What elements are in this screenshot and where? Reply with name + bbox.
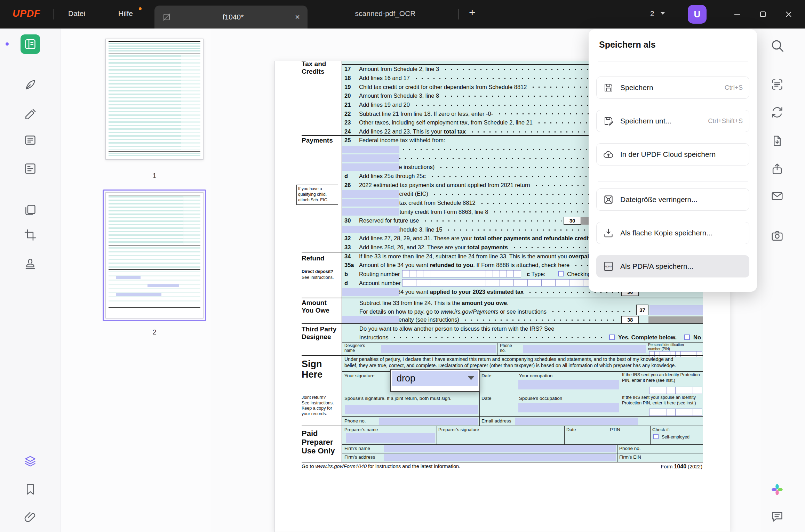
cell-label: Spouse’s signature. If a joint return, b… [344, 396, 451, 401]
menu-item[interactable]: Speichern unt... Ctrl+Shift+S [596, 110, 749, 132]
export-page-icon[interactable] [767, 131, 787, 151]
menu-item[interactable]: Dateigröße verringern... [596, 188, 749, 211]
layers-icon[interactable] [21, 451, 40, 471]
cell-label: Your occupation [519, 373, 552, 378]
mail-icon[interactable] [767, 186, 787, 206]
share-icon[interactable] [767, 159, 787, 179]
email-field[interactable] [515, 418, 638, 425]
cell-label: Check if: [652, 427, 670, 432]
section-label: PaidPreparerUse Only [302, 429, 335, 455]
form-footer-left: Go to www.irs.gov/Form1040 for instructi… [302, 464, 460, 469]
menu-item[interactable]: Als flache Kopie speichern... [596, 222, 749, 244]
phone-field[interactable] [379, 418, 478, 425]
tab-title: f1040* [171, 13, 295, 21]
amount-field[interactable] [342, 154, 399, 162]
user-avatar[interactable]: U [688, 5, 707, 24]
form-rule [617, 444, 617, 462]
spouse-occupation-field[interactable] [518, 403, 619, 412]
section-label: Third Party [302, 325, 336, 333]
self-employed-checkbox[interactable] [653, 434, 659, 439]
tab-count-caret-icon[interactable] [660, 12, 665, 15]
dotted-leader [549, 307, 632, 316]
amount-field[interactable] [342, 226, 399, 233]
close-button[interactable] [776, 0, 801, 29]
designee-name-field[interactable] [381, 345, 496, 353]
menu-item[interactable]: In der UPDF Cloud speichern [596, 143, 749, 166]
form-line: 38 Estimated tax penalty (see instructio… [342, 315, 639, 324]
firm-address-field[interactable] [384, 454, 616, 461]
compress-icon [603, 194, 614, 205]
cell-label: Firm’s name [344, 446, 370, 451]
dotted-leader [393, 145, 619, 154]
tab-separator [458, 9, 459, 19]
line-number-box: 37 [636, 305, 648, 315]
ipp-note: If the IRS sent your spouse an Identity … [622, 395, 700, 406]
crop-icon[interactable] [21, 225, 40, 245]
preparer-name-field[interactable] [346, 433, 435, 443]
menu-hilfe[interactable]: Hilfe [118, 9, 133, 18]
cell-label: Date [566, 427, 576, 432]
notification-dot [139, 7, 142, 10]
ocr-icon[interactable] [767, 75, 787, 94]
amount-field[interactable] [342, 288, 399, 296]
no-checkbox[interactable] [684, 334, 690, 340]
firm-name-field[interactable] [384, 445, 616, 452]
line-number-box: 38 [621, 316, 639, 324]
form-rule [608, 426, 608, 445]
form-icon[interactable] [21, 159, 40, 178]
form-rule [302, 426, 703, 426]
tab-count[interactable]: 2 [650, 9, 654, 18]
bookmark-icon[interactable] [21, 479, 40, 499]
perjury-text: belief, they are true, correct, and comp… [344, 363, 676, 368]
ipp-pin-boxes[interactable] [649, 387, 702, 394]
convert-icon[interactable] [767, 103, 787, 122]
amount-field[interactable] [342, 208, 399, 216]
amount-field[interactable] [342, 163, 399, 171]
ai-assistant-icon[interactable] [767, 480, 787, 499]
page-thumbnail-2-selected[interactable] [103, 190, 206, 321]
form-rule [302, 462, 703, 462]
amount-field[interactable] [342, 316, 399, 324]
comment-icon[interactable] [767, 507, 787, 526]
form-line: Subtract line 33 from line 24. This is t… [359, 300, 509, 306]
yes-checkbox[interactable] [609, 334, 615, 340]
spouse-signature-field[interactable] [345, 405, 478, 414]
drop-combobox[interactable]: drop [390, 369, 480, 392]
menu-item[interactable]: PDF/A Als PDF/A speichern... [596, 255, 749, 277]
minimize-button[interactable] [725, 0, 749, 29]
tab-close-icon[interactable]: × [295, 13, 300, 21]
drop-selected-value[interactable]: drop [392, 371, 478, 386]
annotate-icon[interactable] [21, 75, 40, 95]
amount-field[interactable] [342, 199, 399, 207]
routing-number-boxes[interactable] [402, 270, 521, 277]
tab-f1040[interactable]: f1040* × [154, 6, 308, 29]
amount-field[interactable] [342, 146, 399, 153]
amount-field[interactable] [649, 305, 703, 315]
reader-icon[interactable] [21, 130, 40, 150]
cell-label: Phoneno. [500, 344, 512, 353]
search-icon[interactable] [767, 36, 787, 55]
maximize-button[interactable] [751, 0, 775, 29]
form-line: Do you want to allow another person to d… [359, 325, 554, 332]
spouse-ipp-pin-boxes[interactable] [649, 409, 702, 416]
form-rule [342, 444, 703, 445]
designee-phone-field[interactable] [523, 345, 646, 353]
new-tab-button[interactable]: + [469, 6, 476, 19]
checking-checkbox[interactable] [558, 271, 564, 276]
organize-pages-icon[interactable] [21, 200, 40, 220]
menu-datei[interactable]: Datei [68, 9, 85, 18]
stamp-icon[interactable] [21, 254, 40, 273]
thumbnail-panel-icon[interactable] [21, 34, 40, 54]
tab-scanned-pdf-ocr[interactable]: scanned-pdf_OCR [344, 9, 426, 18]
form-note: Direct deposit? [302, 269, 333, 275]
page-thumbnail-2[interactable] [105, 192, 204, 319]
dropdown-caret-icon[interactable] [468, 376, 475, 380]
capture-icon[interactable] [767, 226, 787, 245]
occupation-field[interactable] [518, 380, 619, 389]
form-rule [302, 323, 703, 324]
page-thumbnail-1[interactable] [105, 39, 204, 160]
menu-item[interactable]: Speichern Ctrl+S [596, 76, 749, 99]
attachment-icon[interactable] [21, 508, 40, 527]
edit-icon[interactable] [21, 105, 40, 124]
amount-field[interactable] [342, 190, 399, 198]
